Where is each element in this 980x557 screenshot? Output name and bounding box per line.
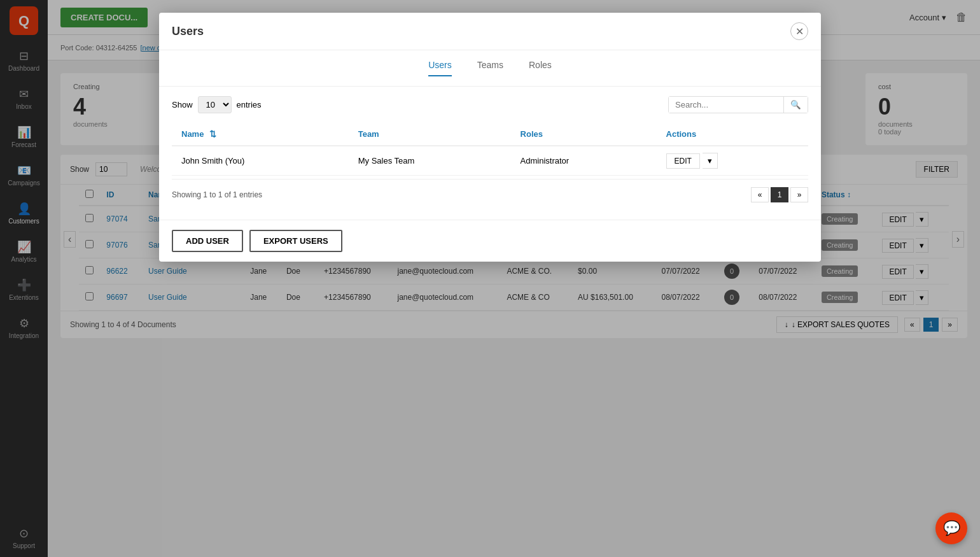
user-team-cell: My Sales Team xyxy=(349,146,511,176)
modal-title: Users xyxy=(172,25,204,38)
users-table: Name ⇅ Team Roles Actions John Smith (Yo… xyxy=(172,123,808,176)
export-users-button[interactable]: EXPORT USERS xyxy=(249,230,342,252)
user-role-cell: Administrator xyxy=(511,146,657,176)
modal-header: Users ✕ xyxy=(159,13,821,50)
modal-tabs: Users Teams Roles xyxy=(159,50,821,87)
show-entries-label: Show xyxy=(172,100,193,109)
search-box: 🔍 xyxy=(668,96,808,113)
entries-select[interactable]: 10 25 50 xyxy=(198,96,232,113)
modal-page-1[interactable]: 1 xyxy=(771,187,788,202)
user-edit-button[interactable]: EDIT xyxy=(666,153,700,169)
add-user-button[interactable]: ADD USER xyxy=(172,230,243,252)
show-entries: Show 10 25 50 entries xyxy=(172,96,262,113)
support-chat-button[interactable]: 💬 xyxy=(935,512,967,544)
modal-body: Show 10 25 50 entries 🔍 Name ⇅ xyxy=(159,87,821,220)
col-user-team: Team xyxy=(349,123,511,146)
col-user-actions: Actions xyxy=(657,123,808,146)
user-row: John Smith (You) My Sales Team Administr… xyxy=(172,146,808,176)
user-name-cell: John Smith (You) xyxy=(172,146,349,176)
user-actions-cell: EDIT ▾ xyxy=(657,146,808,176)
col-user-roles: Roles xyxy=(511,123,657,146)
tab-users[interactable]: Users xyxy=(428,60,452,76)
modal-close-button[interactable]: ✕ xyxy=(790,22,808,40)
search-button[interactable]: 🔍 xyxy=(783,97,808,113)
tab-roles[interactable]: Roles xyxy=(529,60,552,76)
modal-first-page[interactable]: « xyxy=(751,187,769,202)
entries-label: entries xyxy=(237,100,262,109)
sort-icon: ⇅ xyxy=(209,129,216,139)
tab-teams[interactable]: Teams xyxy=(477,60,503,76)
users-modal: Users ✕ Users Teams Roles Show 10 25 50 … xyxy=(159,13,821,262)
modal-last-page[interactable]: » xyxy=(790,187,808,202)
modal-page-nav: « 1 » xyxy=(751,187,808,202)
modal-footer: ADD USER EXPORT USERS xyxy=(159,220,821,262)
col-user-name: Name ⇅ xyxy=(172,123,349,146)
modal-pagination: Showing 1 to 1 of 1 entries « 1 » xyxy=(172,179,808,210)
search-input[interactable] xyxy=(669,97,783,113)
modal-controls: Show 10 25 50 entries 🔍 xyxy=(172,96,808,113)
user-edit-dropdown-button[interactable]: ▾ xyxy=(703,153,718,169)
chat-icon: 💬 xyxy=(943,520,960,537)
modal-showing-text: Showing 1 to 1 of 1 entries xyxy=(172,190,262,199)
